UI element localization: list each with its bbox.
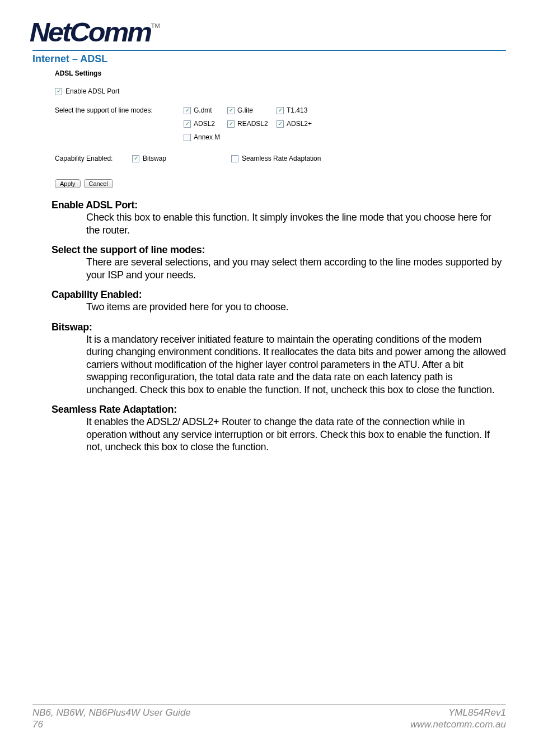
t1413-label: T1.413: [287, 106, 307, 114]
sra-checkbox[interactable]: [231, 155, 238, 162]
desc-linemodes-title: Select the support of line modes:: [51, 244, 506, 256]
desc-sra-title: Seamless Rate Adaptation:: [51, 404, 506, 416]
readsl2-label: READSL2: [237, 120, 268, 128]
brand-name: NetComm: [30, 17, 151, 48]
enable-adsl-checkbox[interactable]: ✓: [55, 88, 62, 95]
desc-enable-body: Check this box to enable this function. …: [86, 211, 506, 236]
brand-logo: NetComm TM: [32, 17, 506, 48]
desc-sra-body: It enables the ADSL2/ ADSL2+ Router to c…: [86, 416, 506, 454]
desc-bitswap-title: Bitswap:: [51, 321, 506, 333]
readsl2-checkbox[interactable]: ✓: [227, 120, 235, 128]
annexm-label: Annex M: [194, 133, 220, 141]
desc-capability-title: Capability Enabled:: [51, 289, 506, 301]
panel-heading: ADSL Settings: [55, 69, 368, 77]
adsl2p-checkbox[interactable]: ✓: [277, 120, 284, 128]
sra-label: Seamless Rate Adaptation: [242, 155, 321, 162]
bitswap-label: Bitswap: [143, 155, 166, 162]
annexm-checkbox[interactable]: [184, 134, 191, 141]
desc-enable-title: Enable ADSL Port:: [51, 199, 506, 211]
trademark-icon: TM: [151, 22, 160, 29]
line-modes-label: Select the support of line modes:: [55, 106, 172, 141]
gdmt-label: G.dmt: [194, 106, 212, 114]
apply-button[interactable]: Apply: [55, 179, 81, 188]
cancel-button[interactable]: Cancel: [84, 179, 113, 188]
enable-adsl-label: Enable ADSL Port: [65, 87, 119, 95]
section-title: Internet – ADSL: [32, 53, 506, 65]
footer-guide: NB6, NB6W, NB6Plus4W User Guide: [32, 707, 191, 718]
gdmt-checkbox[interactable]: ✓: [184, 107, 191, 114]
footer-url: www.netcomm.com.au: [410, 718, 506, 730]
desc-bitswap-body: It is a mandatory receiver initiated fea…: [86, 333, 506, 396]
glite-label: G.lite: [237, 106, 253, 114]
adsl2-label: ADSL2: [194, 120, 215, 128]
desc-linemodes-body: There are several selections, and you ma…: [86, 256, 506, 281]
desc-capability-body: Two items are provided here for you to c…: [86, 301, 506, 314]
footer-page: 76: [32, 718, 191, 730]
glite-checkbox[interactable]: ✓: [227, 107, 235, 114]
adsl2p-label: ADSL2+: [287, 120, 312, 128]
bitswap-checkbox[interactable]: ✓: [132, 155, 139, 162]
capability-label: Capability Enabled:: [55, 155, 122, 162]
t1413-checkbox[interactable]: ✓: [277, 107, 284, 114]
footer-rev: YML854Rev1: [410, 707, 506, 718]
adsl2-checkbox[interactable]: ✓: [184, 120, 191, 128]
